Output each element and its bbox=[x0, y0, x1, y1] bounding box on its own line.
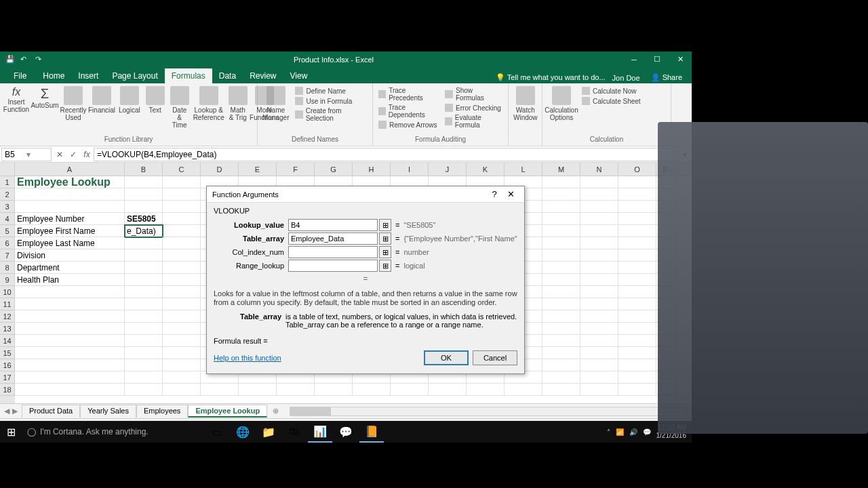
cell[interactable] bbox=[125, 274, 163, 286]
cell[interactable] bbox=[353, 384, 391, 396]
cell[interactable] bbox=[618, 213, 656, 225]
cell[interactable] bbox=[618, 347, 656, 359]
row-header[interactable]: 17 bbox=[0, 371, 15, 384]
trace-dependents-button[interactable]: Trace Dependents bbox=[377, 103, 439, 119]
cancel-formula-button[interactable]: ✕ bbox=[53, 150, 66, 159]
row-header[interactable]: 2 bbox=[0, 188, 15, 201]
row-header[interactable]: 8 bbox=[0, 262, 15, 274]
cell[interactable] bbox=[15, 201, 125, 213]
enter-formula-button[interactable]: ✓ bbox=[66, 150, 80, 159]
cell[interactable] bbox=[125, 237, 163, 249]
cell[interactable] bbox=[618, 384, 656, 396]
cell[interactable] bbox=[618, 237, 656, 249]
cell[interactable] bbox=[618, 249, 656, 262]
column-header[interactable]: N bbox=[580, 163, 618, 176]
cell[interactable] bbox=[15, 371, 125, 384]
cell[interactable] bbox=[618, 310, 656, 323]
cell[interactable] bbox=[125, 347, 163, 359]
cell[interactable] bbox=[163, 310, 201, 323]
recently-used-button[interactable]: Recently Used bbox=[60, 85, 87, 123]
cell[interactable] bbox=[542, 274, 580, 286]
math-trig-button[interactable]: Math & Trig bbox=[226, 85, 250, 123]
cell[interactable]: Employee Number bbox=[15, 213, 125, 225]
calculation-options-button[interactable]: Calculation Options bbox=[545, 85, 578, 123]
row-header[interactable]: 14 bbox=[0, 335, 15, 347]
cell[interactable]: Health Plan bbox=[15, 274, 125, 286]
cell[interactable] bbox=[618, 274, 656, 286]
cell[interactable] bbox=[163, 249, 201, 262]
cell[interactable] bbox=[618, 359, 656, 371]
task-view-button[interactable]: ▭ bbox=[205, 421, 229, 443]
arg-input-table_array[interactable] bbox=[288, 232, 378, 245]
range-selector-button[interactable]: ⊞ bbox=[379, 260, 391, 272]
column-header[interactable]: E bbox=[239, 163, 277, 176]
column-header[interactable]: A bbox=[15, 163, 125, 176]
sheet-nav-last-icon[interactable]: ▶ bbox=[12, 407, 18, 415]
cell[interactable] bbox=[580, 335, 618, 347]
financial-button[interactable]: Financial bbox=[88, 85, 115, 115]
cell[interactable] bbox=[542, 188, 580, 201]
cell[interactable] bbox=[580, 188, 618, 201]
cell[interactable] bbox=[15, 310, 125, 323]
cell[interactable] bbox=[467, 384, 505, 396]
row-header[interactable]: 4 bbox=[0, 213, 15, 225]
cell[interactable] bbox=[618, 298, 656, 310]
cell[interactable] bbox=[580, 262, 618, 274]
cancel-button[interactable]: Cancel bbox=[473, 350, 517, 365]
cell[interactable] bbox=[125, 249, 163, 262]
insert-function-button[interactable]: fxInsert Function bbox=[3, 85, 30, 115]
fx-button[interactable]: fx bbox=[80, 150, 94, 159]
cell[interactable]: Employee First Name bbox=[15, 225, 125, 237]
show-formulas-button[interactable]: Show Formulas bbox=[443, 86, 504, 102]
undo-icon[interactable]: ↶ bbox=[20, 55, 30, 64]
cell[interactable] bbox=[201, 384, 239, 396]
redo-icon[interactable]: ↷ bbox=[35, 55, 45, 64]
tab-formulas[interactable]: Formulas bbox=[165, 68, 212, 83]
ok-button[interactable]: OK bbox=[424, 350, 469, 365]
cell[interactable] bbox=[580, 213, 618, 225]
trace-precedents-button[interactable]: Trace Precedents bbox=[377, 86, 439, 102]
cell[interactable] bbox=[618, 371, 656, 384]
cell[interactable] bbox=[542, 201, 580, 213]
lookup-reference-button[interactable]: Lookup & Reference bbox=[193, 85, 225, 123]
add-sheet-button[interactable]: ⊕ bbox=[267, 407, 284, 415]
cell[interactable] bbox=[391, 384, 429, 396]
cell[interactable] bbox=[618, 201, 656, 213]
notifications-icon[interactable]: 💬 bbox=[643, 428, 651, 436]
tab-review[interactable]: Review bbox=[243, 68, 283, 83]
cell[interactable] bbox=[580, 359, 618, 371]
dialog-close-button[interactable]: ✕ bbox=[502, 189, 519, 199]
cell[interactable] bbox=[580, 310, 618, 323]
cell[interactable] bbox=[542, 286, 580, 298]
cell[interactable] bbox=[542, 323, 580, 335]
sheet-tab[interactable]: Employee Lookup bbox=[188, 405, 267, 418]
volume-icon[interactable]: 🔊 bbox=[629, 428, 637, 436]
cell[interactable] bbox=[15, 384, 125, 396]
cell[interactable] bbox=[542, 213, 580, 225]
cell[interactable] bbox=[580, 298, 618, 310]
row-header[interactable]: 5 bbox=[0, 225, 15, 237]
cell[interactable] bbox=[542, 176, 580, 188]
row-header[interactable]: 10 bbox=[0, 286, 15, 298]
cell[interactable] bbox=[277, 384, 315, 396]
column-header[interactable]: C bbox=[163, 163, 201, 176]
cell[interactable] bbox=[542, 237, 580, 249]
excel-taskbar-icon[interactable]: 📊 bbox=[308, 421, 332, 443]
row-header[interactable]: 18 bbox=[0, 384, 15, 396]
powerpoint-icon[interactable]: 📙 bbox=[359, 421, 384, 443]
column-header[interactable]: F bbox=[277, 163, 315, 176]
cell[interactable] bbox=[542, 384, 580, 396]
dialog-help-button[interactable]: ? bbox=[486, 189, 502, 199]
cell[interactable] bbox=[15, 188, 125, 201]
cell[interactable]: Division bbox=[15, 249, 125, 262]
cell[interactable] bbox=[163, 384, 201, 396]
cell[interactable] bbox=[125, 384, 163, 396]
cell[interactable] bbox=[239, 384, 277, 396]
column-header[interactable]: M bbox=[542, 163, 580, 176]
cell[interactable] bbox=[125, 298, 163, 310]
row-header[interactable]: 7 bbox=[0, 249, 15, 262]
column-header[interactable]: K bbox=[467, 163, 505, 176]
cell[interactable] bbox=[15, 286, 125, 298]
datetime-button[interactable]: Date & Time bbox=[168, 85, 191, 130]
use-in-formula-button[interactable]: Use in Formula bbox=[294, 96, 368, 106]
